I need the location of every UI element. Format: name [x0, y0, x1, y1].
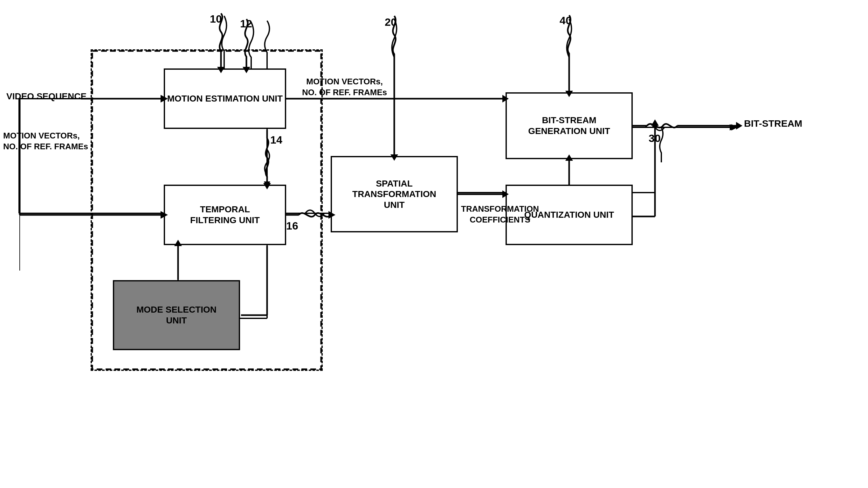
- motion-vectors-top-label: MOTION VECTORs,NO. OF REF. FRAMEs: [302, 77, 387, 98]
- bit-stream-output-label: BIT-STREAM: [744, 117, 802, 130]
- temporal-filtering-box: TEMPORALFILTERING UNIT: [164, 184, 286, 245]
- motion-vectors-left-label: MOTION VECTORs,NO. OF REF. FRAMEs: [3, 131, 88, 152]
- ref-num-20: 20: [385, 16, 397, 28]
- ref-num-30: 30: [649, 132, 661, 145]
- ref-num-12: 12: [240, 18, 252, 30]
- mode-selection-label: MODE SELECTIONUNIT: [136, 304, 217, 326]
- motion-estimation-label: MOTION ESTIMATION UNIT: [167, 93, 283, 104]
- bitstream-generation-label: BIT-STREAMGENERATION UNIT: [528, 115, 610, 136]
- transformation-coefficients-label: TRANSFORMATIONCOEFFICIENTS: [461, 204, 539, 225]
- ref-num-14: 14: [270, 134, 282, 146]
- diagram: MOTION ESTIMATION UNIT TEMPORALFILTERING…: [0, 0, 868, 488]
- spatial-transformation-label: SPATIALTRANSFORMATIONUNIT: [352, 178, 436, 210]
- video-sequence-label: VIDEO SEQUENCE: [6, 91, 87, 102]
- mode-selection-box: MODE SELECTIONUNIT: [113, 280, 240, 350]
- ref-num-40: 40: [560, 14, 572, 27]
- ref-num-10: 10: [210, 13, 222, 25]
- bitstream-generation-box: BIT-STREAMGENERATION UNIT: [505, 92, 633, 159]
- spatial-transformation-box: SPATIALTRANSFORMATIONUNIT: [331, 156, 458, 232]
- temporal-filtering-label: TEMPORALFILTERING UNIT: [190, 204, 260, 225]
- ref-num-16: 16: [286, 220, 298, 232]
- motion-estimation-box: MOTION ESTIMATION UNIT: [164, 68, 286, 129]
